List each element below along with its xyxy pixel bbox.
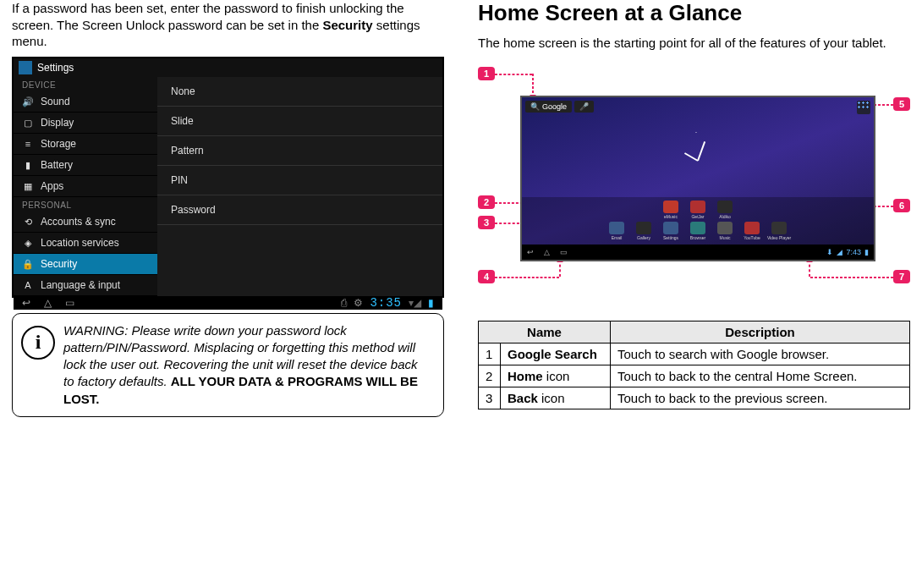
back-icon[interactable]: ↩ [527,248,534,256]
battery-status-icon: ▮ [428,297,434,309]
app-shelf: eMusicGetJarAldiko EmailGallerySettingsB… [522,197,874,245]
page-heading: Home Screen at a Glance [478,0,910,26]
page-subtext: The home screen is the starting point fo… [478,35,910,52]
app-gallery[interactable]: Gallery [634,222,653,240]
sidebar-item-language[interactable]: ALanguage & input [14,275,157,296]
leader-7h [810,277,893,278]
settings-title: Settings [37,62,74,74]
settings-titlebar: Settings [14,58,442,77]
sidebar-item-storage[interactable]: ≡Storage [14,134,157,155]
sync-icon: ⟲ [22,216,34,228]
callout-1: 1 [478,67,495,80]
sidebar-item-battery[interactable]: ▮Battery [14,155,157,176]
device-header: DEVICE [14,77,157,91]
leader-1v [532,74,534,97]
clock-time: 3:35 [370,296,402,310]
home-icon[interactable]: △ [544,248,550,256]
usb-icon: ⎙ [341,297,347,309]
callout-6: 6 [893,199,910,212]
home-icon[interactable]: △ [44,297,52,309]
sidebar-item-display[interactable]: ▢Display [14,113,157,134]
callout-5: 5 [893,97,910,111]
table-row: 2 Home icon Touch to back to the central… [479,365,910,387]
sidebar-item-apps[interactable]: ▦Apps [14,176,157,197]
battery-status-icon: ▮ [864,248,869,256]
app-browser[interactable]: Browser [689,222,707,240]
option-pattern[interactable]: Pattern [157,136,442,166]
back-icon[interactable]: ↩ [22,297,30,309]
info-icon: i [21,326,55,360]
lock-icon: 🔒 [22,258,34,270]
storage-icon: ≡ [22,138,34,150]
option-password[interactable]: Password [157,195,442,225]
table-row: 1 Google Search Touch to search with Goo… [479,343,910,365]
clock-time: 7:43 [846,248,861,256]
warning-box: i WARNING: Please write down your passwo… [12,313,444,417]
wifi-icon: ▾◢ [409,297,421,309]
table-row: 3 Back icon Touch to back to the previou… [479,387,910,409]
home-screen-diagram: 1 2 3 4 5 6 7 🔍Google 🎤 · [478,67,910,295]
app-email[interactable]: Email [607,222,626,240]
location-icon: ◈ [22,237,34,249]
search-icon: 🔍 [530,102,540,111]
leader-1h [495,74,532,75]
leader-4h [495,277,559,278]
feature-table: Name Description 1 Google Search Touch t… [478,321,910,409]
sidebar-item-location[interactable]: ◈Location services [14,233,157,254]
app-video-player[interactable]: Video Player [770,222,788,240]
display-icon: ▢ [22,117,34,129]
home-system-bar: ↩ △ ▭ ⬇ ◢ 7:43 ▮ [522,245,874,260]
callout-2: 2 [478,195,495,209]
settings-screenshot: Settings DEVICE 🔊Sound ▢Display ≡Storage… [12,57,444,298]
callout-4: 4 [478,270,495,283]
home-screenshot: 🔍Google 🎤 · eMusicGetJarAldiko EmailGall… [520,96,875,261]
analog-clock-widget: · [668,131,727,190]
th-desc: Description [611,321,910,343]
search-bar[interactable]: 🔍Google 🎤 [525,101,594,113]
notif-icon: ⬇ [826,248,833,256]
apps-icon: ▦ [22,180,34,192]
language-icon: A [22,279,34,291]
system-bar: ↩ △ ▭ ⎙ ⚙ 3:35 ▾◢ ▮ [14,296,442,310]
th-name: Name [479,321,611,343]
apps-button[interactable] [857,101,870,114]
settings-options: None Slide Pattern PIN Password [157,77,442,296]
app-getjar[interactable]: GetJar [689,201,707,219]
battery-icon: ▮ [22,159,34,171]
leader-4v [559,260,561,277]
sidebar-item-sound[interactable]: 🔊Sound [14,91,157,113]
app-settings[interactable]: Settings [661,222,680,240]
recent-icon[interactable]: ▭ [65,297,74,309]
settings-sidebar: DEVICE 🔊Sound ▢Display ≡Storage ▮Battery… [14,77,157,296]
voice-icon[interactable]: 🎤 [574,101,594,113]
callout-3: 3 [478,216,495,229]
app-aldiko[interactable]: Aldiko [716,201,734,219]
debug-icon: ⚙ [354,297,363,309]
callout-7: 7 [893,270,910,283]
option-slide[interactable]: Slide [157,107,442,136]
sidebar-item-security[interactable]: 🔒Security [14,254,157,275]
app-emusic[interactable]: eMusic [661,201,680,219]
gear-icon [19,61,32,74]
option-none[interactable]: None [157,77,442,107]
sidebar-item-accounts[interactable]: ⟲Accounts & sync [14,212,157,233]
recent-icon[interactable]: ▭ [560,248,568,256]
leader-7v [809,260,810,277]
sound-icon: 🔊 [22,96,34,107]
intro-paragraph: If a password has been set, enter the pa… [12,0,444,50]
app-youtube[interactable]: YouTube [743,222,761,240]
option-pin[interactable]: PIN [157,166,442,195]
app-music[interactable]: Music [716,222,734,240]
wifi-icon: ◢ [837,248,842,256]
personal-header: PERSONAL [14,197,157,212]
